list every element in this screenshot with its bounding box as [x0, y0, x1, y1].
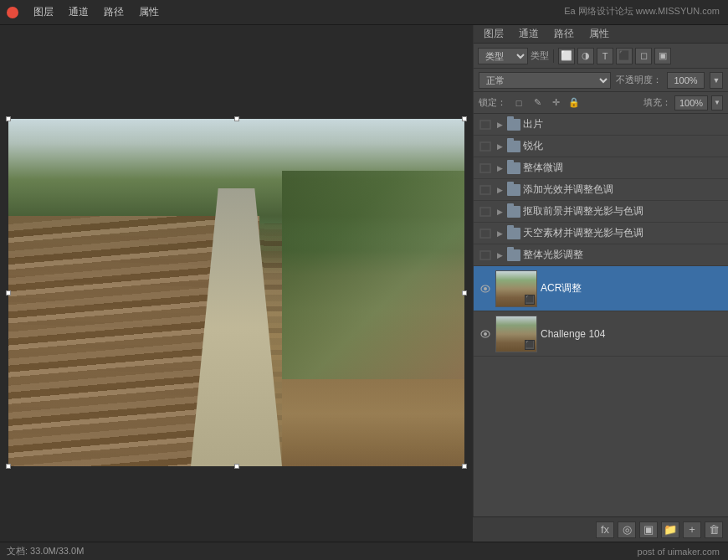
fill-arrow[interactable]: ▼ [711, 95, 723, 110]
adjustment-filter-icon[interactable]: ◑ [577, 48, 594, 64]
folder-icon-group4 [507, 184, 520, 196]
extra-filter-icon[interactable]: ▣ [654, 48, 671, 64]
shape-filter-icon[interactable]: ⬛ [616, 48, 633, 64]
arrow-group3[interactable]: ▶ [495, 163, 505, 173]
handle-bottom-right[interactable] [462, 464, 467, 469]
handle-top-left[interactable] [6, 116, 11, 121]
handle-bottom-left[interactable] [6, 464, 11, 469]
arrow-group1[interactable]: ▶ [495, 120, 505, 130]
handle-top-right[interactable] [462, 116, 467, 121]
tab-channels[interactable]: 通道 [512, 25, 546, 43]
fill-input[interactable] [674, 95, 708, 110]
tab-paths[interactable]: 路径 [547, 25, 581, 43]
canvas-image[interactable] [8, 119, 464, 466]
layer-group-6[interactable]: ▶ 天空素材并调整光影与色调 [474, 223, 728, 244]
canvas-wrapper [8, 119, 464, 466]
layer-group-name-4: 添加光效并调整色调 [523, 182, 723, 197]
text-filter-icon[interactable]: T [597, 48, 613, 64]
folder-icon-group7 [507, 249, 520, 261]
opacity-arrow[interactable]: ▼ [710, 72, 723, 89]
smartobj-filter-icon[interactable]: ◻ [635, 48, 652, 64]
lock-position-icon[interactable]: ✛ [548, 95, 563, 110]
thumb-badge-1: ⬛ [525, 295, 535, 305]
visibility-group5[interactable] [479, 205, 492, 218]
lock-transparent-icon[interactable]: □ [511, 95, 526, 110]
layer-group-4[interactable]: ▶ 添加光效并调整色调 [474, 179, 728, 201]
type-filter-select[interactable]: 类型 [478, 48, 528, 64]
svg-rect-0 [480, 121, 490, 129]
arrow-group7[interactable]: ▶ [495, 250, 505, 260]
layer-group-5[interactable]: ▶ 抠取前景并调整光影与色调 [474, 201, 728, 223]
visibility-group6[interactable] [479, 227, 492, 240]
visibility-group4[interactable] [479, 183, 492, 197]
menu-properties[interactable]: 属性 [132, 2, 166, 23]
image-filter-icon[interactable]: ⬜ [558, 48, 575, 64]
visibility-group1[interactable] [479, 118, 492, 131]
fill-label: 填充： [643, 96, 671, 109]
visibility-group2[interactable] [479, 140, 492, 153]
mask-button[interactable]: ▣ [639, 521, 658, 538]
toolbar-separator-1 [553, 49, 554, 63]
visibility-group3[interactable] [479, 162, 492, 175]
arrow-group5[interactable]: ▶ [495, 207, 505, 217]
delete-layer-button[interactable]: 🗑 [705, 521, 723, 538]
blend-mode-select[interactable]: 正常 [479, 72, 611, 89]
handle-bottom-center[interactable] [234, 464, 239, 469]
svg-rect-3 [480, 186, 490, 194]
svg-rect-5 [480, 229, 490, 238]
watermark-text: Ea 网络设计论坛 www.MISSYUN.com [564, 5, 720, 18]
svg-rect-1 [480, 142, 490, 151]
svg-rect-4 [480, 208, 490, 216]
layer-group-name-3: 整体微调 [523, 161, 723, 175]
forest-right [282, 171, 464, 379]
layer-group-name-6: 天空素材并调整光影与色调 [523, 226, 723, 240]
thumb-layer1: ⬛ [495, 270, 537, 307]
layer-group-name-7: 整体光影调整 [523, 248, 723, 262]
lock-all-icon[interactable]: 🔒 [567, 95, 582, 110]
layer-group-1[interactable]: ▶ 出片 [474, 114, 728, 136]
type-filter-label: 类型 [531, 49, 549, 62]
layer-item-1[interactable]: ⬛ ACR调整 [474, 266, 728, 311]
fx-button[interactable]: fx [596, 521, 614, 538]
folder-icon-group6 [507, 228, 520, 239]
handle-middle-right[interactable] [462, 290, 467, 295]
opacity-label: 不透明度： [616, 74, 662, 86]
svg-rect-2 [480, 164, 490, 172]
new-layer-button[interactable]: + [683, 521, 701, 538]
visibility-layer2[interactable] [479, 327, 492, 341]
folder-icon-group1 [507, 119, 520, 131]
lock-image-icon[interactable]: ✎ [530, 95, 545, 110]
menu-channels[interactable]: 通道 [62, 2, 95, 23]
handle-top-center[interactable] [234, 116, 239, 121]
blend-row: 正常 不透明度： ▼ [474, 69, 728, 92]
folder-icon-group5 [507, 206, 520, 218]
menu-paths[interactable]: 路径 [97, 2, 131, 23]
svg-rect-6 [480, 251, 490, 259]
close-button[interactable] [7, 7, 18, 18]
layer-group-3[interactable]: ▶ 整体微调 [474, 157, 728, 179]
new-group-button[interactable]: 📁 [661, 521, 679, 538]
tab-layers[interactable]: 图层 [477, 25, 510, 43]
tab-properties[interactable]: 属性 [582, 25, 616, 43]
svg-point-10 [484, 332, 487, 336]
layer-group-2[interactable]: ▶ 锐化 [474, 136, 728, 157]
thumb-layer2: ⬛ [495, 316, 537, 352]
layer-item-name-2: Challenge 104 [541, 328, 723, 340]
status-info: 文档: 33.0M/33.0M [7, 545, 84, 557]
arrow-group6[interactable]: ▶ [495, 229, 505, 239]
arrow-group4[interactable]: ▶ [495, 185, 505, 195]
layer-group-name-1: 出片 [523, 117, 723, 131]
layer-item-2[interactable]: ⬛ Challenge 104 [474, 311, 728, 357]
layer-group-7[interactable]: ▶ 整体光影调整 [474, 244, 728, 266]
opacity-input[interactable] [667, 72, 705, 89]
svg-point-8 [484, 287, 487, 290]
visibility-group7[interactable] [479, 249, 492, 262]
visibility-layer1[interactable] [479, 282, 492, 295]
menubar: 图层 通道 路径 属性 Ea 网络设计论坛 www.MISSYUN.com [0, 0, 728, 25]
handle-middle-left[interactable] [6, 290, 11, 295]
adjustment-button[interactable]: ◎ [618, 521, 636, 538]
menu-layers[interactable]: 图层 [27, 2, 60, 23]
layer-group-name-5: 抠取前景并调整光影与色调 [523, 204, 723, 218]
menu-items: 图层 通道 路径 属性 [27, 2, 166, 23]
arrow-group2[interactable]: ▶ [495, 141, 505, 152]
